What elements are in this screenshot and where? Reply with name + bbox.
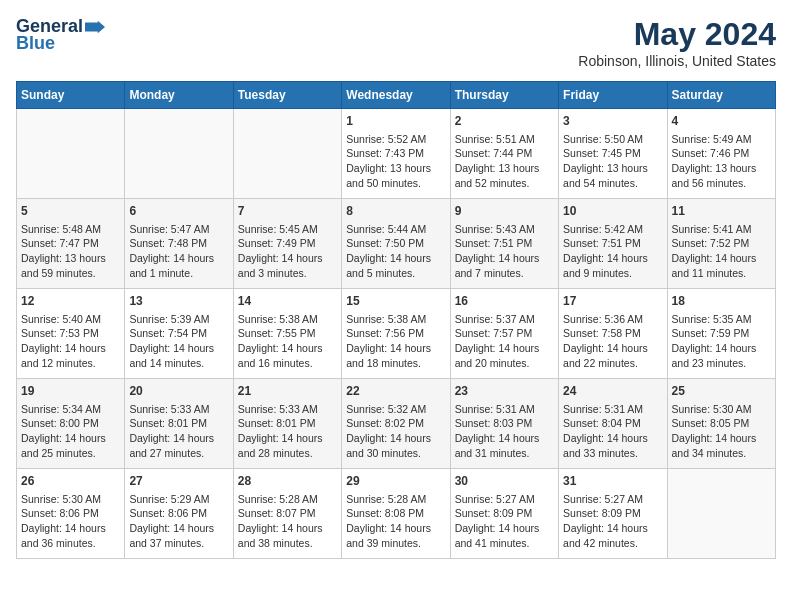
calendar-cell: 20Sunrise: 5:33 AMSunset: 8:01 PMDayligh…: [125, 379, 233, 469]
day-info: Sunset: 7:55 PM: [238, 326, 337, 341]
calendar-cell: [125, 109, 233, 199]
page-header: General Blue May 2024 Robinson, Illinois…: [16, 16, 776, 69]
day-info: Daylight: 14 hours: [563, 521, 662, 536]
day-number: 3: [563, 113, 662, 130]
day-info: Daylight: 14 hours: [129, 521, 228, 536]
day-info: Daylight: 13 hours: [455, 161, 554, 176]
day-info: Sunrise: 5:42 AM: [563, 222, 662, 237]
day-info: Sunrise: 5:48 AM: [21, 222, 120, 237]
title-block: May 2024 Robinson, Illinois, United Stat…: [578, 16, 776, 69]
day-info: Sunrise: 5:32 AM: [346, 402, 445, 417]
day-info: Sunset: 7:51 PM: [455, 236, 554, 251]
day-number: 4: [672, 113, 771, 130]
day-number: 19: [21, 383, 120, 400]
day-info: and 54 minutes.: [563, 176, 662, 191]
day-info: and 16 minutes.: [238, 356, 337, 371]
logo: General Blue: [16, 16, 105, 54]
calendar-cell: 12Sunrise: 5:40 AMSunset: 7:53 PMDayligh…: [17, 289, 125, 379]
day-number: 9: [455, 203, 554, 220]
day-number: 26: [21, 473, 120, 490]
calendar-cell: 6Sunrise: 5:47 AMSunset: 7:48 PMDaylight…: [125, 199, 233, 289]
day-info: Sunrise: 5:47 AM: [129, 222, 228, 237]
day-info: Daylight: 14 hours: [672, 431, 771, 446]
day-info: Sunrise: 5:35 AM: [672, 312, 771, 327]
header-friday: Friday: [559, 82, 667, 109]
day-info: Sunrise: 5:33 AM: [129, 402, 228, 417]
day-info: and 25 minutes.: [21, 446, 120, 461]
calendar-cell: [17, 109, 125, 199]
calendar-week-row: 5Sunrise: 5:48 AMSunset: 7:47 PMDaylight…: [17, 199, 776, 289]
day-info: Daylight: 14 hours: [238, 251, 337, 266]
day-number: 24: [563, 383, 662, 400]
day-info: and 41 minutes.: [455, 536, 554, 551]
header-sunday: Sunday: [17, 82, 125, 109]
calendar-cell: 23Sunrise: 5:31 AMSunset: 8:03 PMDayligh…: [450, 379, 558, 469]
day-info: Sunset: 8:08 PM: [346, 506, 445, 521]
day-info: Sunset: 7:47 PM: [21, 236, 120, 251]
day-info: Sunset: 7:50 PM: [346, 236, 445, 251]
day-info: and 52 minutes.: [455, 176, 554, 191]
day-info: Sunrise: 5:49 AM: [672, 132, 771, 147]
day-info: and 33 minutes.: [563, 446, 662, 461]
header-thursday: Thursday: [450, 82, 558, 109]
calendar-cell: 14Sunrise: 5:38 AMSunset: 7:55 PMDayligh…: [233, 289, 341, 379]
calendar-cell: 8Sunrise: 5:44 AMSunset: 7:50 PMDaylight…: [342, 199, 450, 289]
calendar-cell: 27Sunrise: 5:29 AMSunset: 8:06 PMDayligh…: [125, 469, 233, 559]
day-info: and 42 minutes.: [563, 536, 662, 551]
day-info: Sunset: 8:06 PM: [129, 506, 228, 521]
day-info: Sunset: 7:51 PM: [563, 236, 662, 251]
calendar-cell: 18Sunrise: 5:35 AMSunset: 7:59 PMDayligh…: [667, 289, 775, 379]
day-info: Sunrise: 5:40 AM: [21, 312, 120, 327]
day-info: Sunrise: 5:31 AM: [563, 402, 662, 417]
calendar-table: SundayMondayTuesdayWednesdayThursdayFrid…: [16, 81, 776, 559]
day-number: 17: [563, 293, 662, 310]
day-number: 11: [672, 203, 771, 220]
day-info: Sunset: 7:52 PM: [672, 236, 771, 251]
day-number: 29: [346, 473, 445, 490]
calendar-cell: 16Sunrise: 5:37 AMSunset: 7:57 PMDayligh…: [450, 289, 558, 379]
day-info: Sunset: 8:09 PM: [563, 506, 662, 521]
calendar-cell: [667, 469, 775, 559]
day-info: Sunset: 7:57 PM: [455, 326, 554, 341]
calendar-week-row: 19Sunrise: 5:34 AMSunset: 8:00 PMDayligh…: [17, 379, 776, 469]
day-info: Daylight: 14 hours: [455, 251, 554, 266]
calendar-cell: 3Sunrise: 5:50 AMSunset: 7:45 PMDaylight…: [559, 109, 667, 199]
day-info: Sunset: 7:49 PM: [238, 236, 337, 251]
day-info: Daylight: 14 hours: [21, 521, 120, 536]
day-info: and 30 minutes.: [346, 446, 445, 461]
day-info: Sunrise: 5:34 AM: [21, 402, 120, 417]
day-info: Daylight: 14 hours: [21, 431, 120, 446]
day-number: 8: [346, 203, 445, 220]
day-info: and 56 minutes.: [672, 176, 771, 191]
header-monday: Monday: [125, 82, 233, 109]
day-info: Daylight: 13 hours: [21, 251, 120, 266]
calendar-title: May 2024: [578, 16, 776, 53]
day-info: and 11 minutes.: [672, 266, 771, 281]
day-info: Sunset: 8:01 PM: [129, 416, 228, 431]
calendar-cell: 2Sunrise: 5:51 AMSunset: 7:44 PMDaylight…: [450, 109, 558, 199]
day-number: 25: [672, 383, 771, 400]
day-info: and 39 minutes.: [346, 536, 445, 551]
day-number: 12: [21, 293, 120, 310]
calendar-week-row: 1Sunrise: 5:52 AMSunset: 7:43 PMDaylight…: [17, 109, 776, 199]
day-number: 7: [238, 203, 337, 220]
calendar-subtitle: Robinson, Illinois, United States: [578, 53, 776, 69]
day-number: 31: [563, 473, 662, 490]
calendar-week-row: 12Sunrise: 5:40 AMSunset: 7:53 PMDayligh…: [17, 289, 776, 379]
logo-arrow-icon: [85, 20, 105, 34]
day-number: 13: [129, 293, 228, 310]
calendar-cell: 19Sunrise: 5:34 AMSunset: 8:00 PMDayligh…: [17, 379, 125, 469]
calendar-cell: 17Sunrise: 5:36 AMSunset: 7:58 PMDayligh…: [559, 289, 667, 379]
day-info: Daylight: 14 hours: [672, 341, 771, 356]
day-info: and 5 minutes.: [346, 266, 445, 281]
day-info: Sunset: 7:59 PM: [672, 326, 771, 341]
day-info: Daylight: 14 hours: [563, 251, 662, 266]
day-info: Sunrise: 5:28 AM: [238, 492, 337, 507]
day-info: Sunrise: 5:28 AM: [346, 492, 445, 507]
day-number: 28: [238, 473, 337, 490]
day-info: Sunset: 7:53 PM: [21, 326, 120, 341]
header-tuesday: Tuesday: [233, 82, 341, 109]
calendar-cell: 7Sunrise: 5:45 AMSunset: 7:49 PMDaylight…: [233, 199, 341, 289]
day-info: Sunrise: 5:31 AM: [455, 402, 554, 417]
day-info: Daylight: 14 hours: [455, 341, 554, 356]
